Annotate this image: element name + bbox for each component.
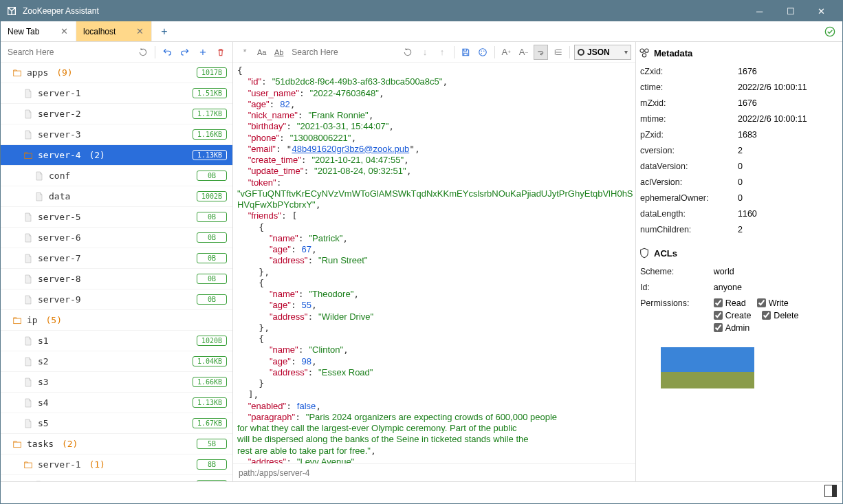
svg-rect-1 [14, 71, 21, 76]
node-name: conf [49, 171, 197, 181]
svg-point-12 [642, 54, 646, 57]
acls-title: ACLs [654, 248, 677, 259]
file-icon [23, 356, 34, 367]
svg-point-10 [640, 49, 644, 52]
titlebar[interactable]: ZooKeeper Assistant ─ ☐ ✕ [1, 1, 842, 21]
connection-status-icon [818, 21, 842, 41]
minimize-button[interactable]: ─ [744, 1, 775, 21]
palette-icon[interactable] [476, 45, 490, 60]
tree-node-server-6[interactable]: server-6 0B [1, 228, 232, 248]
file-icon [34, 171, 45, 182]
search-next-icon[interactable]: ↑ [435, 45, 449, 60]
indent-icon[interactable] [551, 45, 565, 60]
font-larger-icon[interactable]: A+ [499, 45, 514, 60]
tree-node-s2[interactable]: s2 1.04KB [1, 351, 232, 372]
node-name: s2 [38, 356, 193, 366]
tree-node-server-3[interactable]: server-3 1.16KB [1, 124, 232, 145]
content-refresh-icon[interactable] [400, 45, 415, 60]
tree-node-server-4[interactable]: server-4 (2) 1.13KB [1, 145, 232, 166]
node-tree[interactable]: apps (9) 1017B server-1 1.51KB server-2 … [1, 63, 232, 481]
case-icon[interactable]: Aa [254, 45, 269, 60]
right-panel: Metadata cZxid:1676ctime:2022/2/6 10:00:… [636, 42, 842, 481]
node-size: 1020B [197, 336, 227, 346]
tree-node-server-1[interactable]: server-1 (1) 8B [1, 454, 232, 475]
node-size: 0B [197, 171, 227, 181]
tree-node-server-8[interactable]: server-8 0B [1, 269, 232, 289]
tree-node-data[interactable]: data 1002B [1, 186, 232, 207]
node-size: 0B [197, 253, 227, 263]
whole-word-icon[interactable]: Ab [272, 45, 286, 60]
tree-node-server-7[interactable]: server-7 0B [1, 248, 232, 269]
close-icon[interactable]: ✕ [135, 27, 144, 36]
search-prev-icon[interactable]: ↓ [417, 45, 432, 60]
tab-new-tab[interactable]: New Tab✕ [1, 21, 76, 41]
save-icon[interactable] [459, 45, 473, 60]
tree-node-conf[interactable]: conf 0B [1, 166, 232, 186]
metadata-table: cZxid:1676ctime:2022/2/6 10:00:11mZxid:1… [637, 63, 835, 238]
tree-node-server-1[interactable]: server-1 1.51KB [1, 83, 232, 104]
tab-label: New Tab [8, 27, 59, 36]
format-select[interactable]: JSON ▾ [574, 45, 631, 60]
tree-node-server-9[interactable]: server-9 0B [1, 289, 232, 310]
node-name: server-9 [38, 294, 197, 305]
tree-node-apps[interactable]: apps (9) 1017B [1, 63, 232, 83]
svg-rect-5 [25, 463, 32, 468]
path-value: /apps/server-4 [257, 468, 310, 478]
tree-node-s3[interactable]: s3 1.66KB [1, 372, 232, 393]
close-button[interactable]: ✕ [806, 1, 837, 21]
meta-key: ctime: [639, 80, 735, 94]
tree-node-s5[interactable]: s5 1.67KB [1, 413, 232, 434]
add-tab-button[interactable]: + [152, 21, 177, 41]
meta-value: 0 [736, 190, 834, 205]
tree-node-ip[interactable]: ip (5) [1, 310, 232, 331]
perm-delete[interactable]: Delete [762, 311, 798, 320]
tab-localhost[interactable]: localhost✕ [76, 21, 152, 41]
font-smaller-icon[interactable]: A– [516, 45, 531, 60]
acl-id-value: anyone [712, 280, 834, 294]
tree-node-tasks[interactable]: tasks (2) 5B [1, 434, 232, 454]
tree-node-status[interactable]: status 4B [1, 475, 232, 481]
undo-icon[interactable] [160, 45, 175, 60]
left-toolbar [1, 42, 232, 63]
file-icon [23, 232, 34, 243]
app-icon [6, 6, 17, 17]
tree-node-server-5[interactable]: server-5 0B [1, 207, 232, 228]
node-name: server-6 [38, 232, 197, 243]
maximize-button[interactable]: ☐ [775, 1, 806, 21]
json-editor[interactable]: { "id": "51db2dc8-f9c4-49b3-af63-3dbca50… [233, 63, 635, 463]
node-name: tasks (2) [27, 439, 197, 449]
tree-node-s1[interactable]: s1 1020B [1, 331, 232, 351]
regex-icon[interactable]: * [237, 45, 252, 60]
node-name: data [49, 191, 197, 201]
panel-toggle-icon[interactable] [824, 485, 837, 497]
meta-key: mtime: [639, 111, 735, 126]
svg-point-8 [483, 50, 485, 52]
add-node-icon[interactable] [195, 45, 210, 60]
file-icon [34, 480, 45, 482]
search-refresh-icon[interactable] [135, 45, 151, 60]
wrap-icon[interactable] [534, 45, 548, 60]
node-size: 0B [197, 274, 227, 284]
folder-icon [12, 67, 23, 78]
folder-icon [12, 315, 23, 326]
file-icon [23, 294, 34, 305]
perm-read[interactable]: Read [714, 298, 746, 308]
tree-search-input[interactable] [5, 45, 133, 60]
redo-icon[interactable] [177, 45, 193, 60]
window-title: ZooKeeper Assistant [23, 6, 744, 16]
perm-admin[interactable]: Admin [714, 323, 833, 333]
svg-point-0 [825, 27, 834, 36]
tree-node-server-2[interactable]: server-2 1.17KB [1, 104, 232, 124]
node-name: server-3 [38, 129, 193, 140]
content-search-input[interactable] [289, 47, 397, 57]
tree-node-s4[interactable]: s4 1.13KB [1, 393, 232, 413]
file-icon [34, 191, 45, 202]
node-name: apps (9) [27, 67, 197, 78]
close-icon[interactable]: ✕ [59, 27, 69, 36]
node-size: 1002B [197, 191, 227, 201]
perm-create[interactable]: Create [714, 311, 752, 320]
perm-write[interactable]: Write [757, 298, 789, 308]
acl-scheme-value: world [712, 264, 834, 278]
delete-node-icon[interactable] [213, 45, 228, 60]
center-panel: * Aa Ab ↓ ↑ A+ A– JSON ▾ { "id": "51db2d… [233, 42, 636, 481]
